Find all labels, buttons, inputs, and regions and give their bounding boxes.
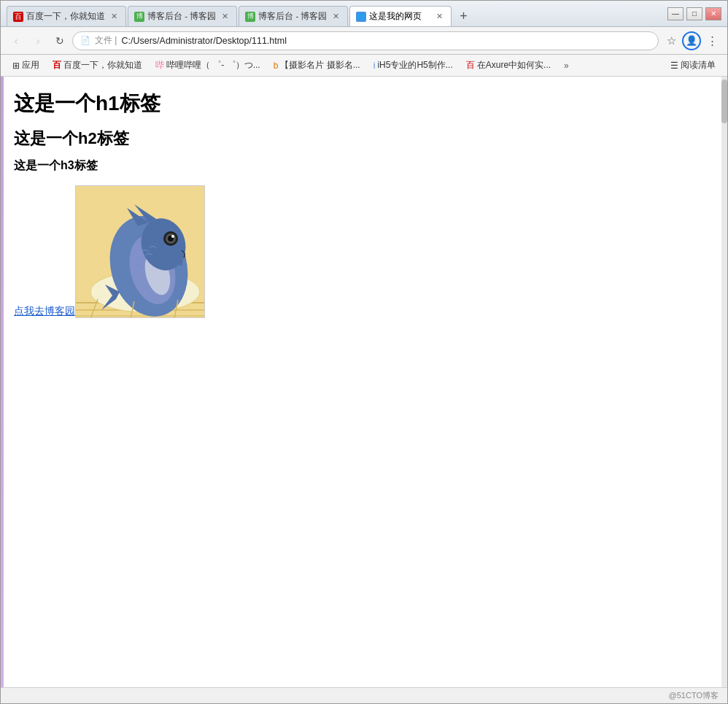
url-bar[interactable]: 📄 文件 | C:/Users/Administrator/Desktop/11… (72, 31, 659, 50)
url-scheme: 文件 | (95, 34, 117, 47)
bookmark-reader-button[interactable]: ☰ 阅读清单 (665, 58, 721, 73)
watermark: @51CTO博客 (669, 690, 719, 701)
back-button[interactable]: ‹ (7, 31, 26, 50)
bookmark-bilibili-label: 哔哩哔哩（ ゜- ゜）つ... (166, 59, 260, 71)
bookmarks-more-button[interactable]: » (559, 59, 573, 72)
blog-link[interactable]: 点我去博客园 (14, 305, 75, 318)
bookmark-axure[interactable]: 百 在Axure中如何实... (460, 58, 557, 73)
svg-point-16 (171, 235, 174, 238)
bilibili-favicon: 哔 (155, 59, 164, 71)
reader-label: 阅读清单 (681, 59, 716, 71)
baidu-favicon: 百 (53, 59, 61, 71)
apps-icon: ⊞ (12, 61, 20, 71)
bookmark-bilibili[interactable]: 哔 哔哩哔哩（ ゜- ゜）つ... (150, 58, 266, 73)
photo-favicon: b (274, 61, 279, 71)
forward-button[interactable]: › (28, 31, 47, 50)
title-bar: 百 百度一下，你就知道 ✕ 博 博客后台 - 博客园 ✕ 博 博客后台 - 博客… (1, 1, 727, 27)
tab-favicon-blog1: 博 (134, 12, 144, 22)
tab-close-mypage[interactable]: ✕ (433, 11, 445, 23)
url-scheme-icon: 📄 (80, 36, 90, 45)
page-h2: 这是一个h2标签 (14, 128, 711, 150)
new-tab-button[interactable]: + (453, 6, 473, 26)
tab-favicon-mypage: 🌐 (356, 12, 366, 22)
tab-blog2[interactable]: 博 博客后台 - 博客园 ✕ (239, 6, 348, 26)
tab-title-blog2: 博客后台 - 博客园 (258, 11, 327, 22)
tab-close-blog1[interactable]: ✕ (219, 11, 231, 23)
tab-close-baidu[interactable]: ✕ (108, 11, 120, 23)
url-path: C:/Users/Administrator/Desktop/111.html (121, 36, 286, 46)
address-actions: ☆ 👤 ⋮ (662, 31, 721, 50)
tab-title-baidu: 百度一下，你就知道 (26, 11, 105, 22)
bookmark-apps[interactable]: ⊞ 应用 (7, 58, 45, 73)
scrollbar[interactable] (721, 77, 727, 687)
tab-favicon-baidu: 百 (13, 12, 23, 22)
ih5-favicon: i (373, 61, 376, 71)
fish-illustration (76, 186, 205, 318)
address-bar: ‹ › ↻ 📄 文件 | C:/Users/Administrator/Desk… (1, 27, 727, 55)
page-image (75, 185, 205, 318)
tab-blog1[interactable]: 博 博客后台 - 博客园 ✕ (128, 6, 237, 26)
page-h3: 这是一个h3标签 (14, 158, 711, 174)
browser-window: 百 百度一下，你就知道 ✕ 博 博客后台 - 博客园 ✕ 博 博客后台 - 博客… (0, 0, 728, 704)
reader-icon: ☰ (670, 61, 678, 71)
minimize-button[interactable]: — (667, 7, 684, 20)
status-bar: @51CTO博客 (1, 687, 727, 703)
web-content: 这是一个h1标签 这是一个h2标签 这是一个h3标签 点我去博客园 (4, 77, 721, 687)
bookmark-photo-label: 【摄影名片 摄影名... (280, 59, 360, 71)
close-button[interactable]: ✕ (705, 7, 721, 20)
tab-favicon-blog2: 博 (245, 12, 255, 22)
bookmark-ih5-label: iH5专业的H5制作... (377, 59, 452, 71)
bookmark-apps-label: 应用 (22, 59, 39, 71)
link-image-container: 点我去博客园 (14, 185, 711, 318)
tab-bar: 百 百度一下，你就知道 ✕ 博 博客后台 - 博客园 ✕ 博 博客后台 - 博客… (7, 1, 667, 26)
tab-close-blog2[interactable]: ✕ (330, 11, 341, 23)
profile-button[interactable]: 👤 (682, 31, 701, 50)
page-h1: 这是一个h1标签 (14, 90, 711, 117)
menu-button[interactable]: ⋮ (702, 31, 721, 50)
bookmark-ih5[interactable]: i iH5专业的H5制作... (368, 58, 459, 73)
bookmark-baidu-label: 百度一下，你就知道 (63, 59, 142, 71)
bookmark-baidu[interactable]: 百 百度一下，你就知道 (47, 58, 148, 73)
maximize-button[interactable]: □ (686, 7, 702, 20)
bookmark-photo[interactable]: b 【摄影名片 摄影名... (268, 58, 366, 73)
refresh-button[interactable]: ↻ (50, 31, 69, 50)
tab-mypage[interactable]: 🌐 这是我的网页 ✕ (349, 6, 452, 26)
browser-area: 这是一个h1标签 这是一个h2标签 这是一个h3标签 点我去博客园 (1, 77, 727, 687)
tab-baidu[interactable]: 百 百度一下，你就知道 ✕ (7, 6, 126, 26)
tab-title-blog1: 博客后台 - 博客园 (147, 11, 216, 22)
bookmark-axure-label: 在Axure中如何实... (477, 59, 551, 71)
window-controls: — □ ✕ (667, 7, 721, 20)
axure-favicon: 百 (466, 59, 475, 71)
scrollbar-thumb[interactable] (721, 80, 727, 123)
bookmarks-bar: ⊞ 应用 百 百度一下，你就知道 哔 哔哩哔哩（ ゜- ゜）つ... b 【摄影… (1, 55, 727, 77)
bookmark-star-button[interactable]: ☆ (662, 31, 681, 50)
tab-title-mypage: 这是我的网页 (369, 11, 430, 22)
